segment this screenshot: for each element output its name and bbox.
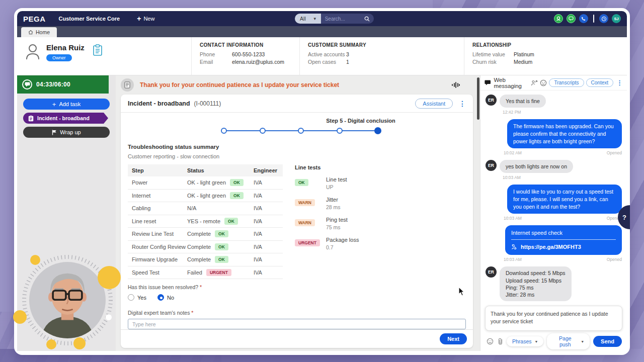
- phrases-dropdown[interactable]: Phrases ▼: [507, 336, 543, 346]
- timer-clock-icon[interactable]: [599, 14, 608, 23]
- link-icon: [511, 244, 517, 250]
- step-node-5-current[interactable]: [374, 127, 381, 134]
- message-timestamp: 10:02 AM: [504, 150, 522, 155]
- step-label: Step 5 - Digital conclusion: [320, 118, 401, 124]
- message-meta: 10:02 AMOpened: [504, 150, 622, 155]
- radio-yes-circle[interactable]: [128, 294, 134, 301]
- search-input[interactable]: [325, 16, 361, 22]
- email-label: Email: [200, 59, 232, 65]
- chat-header: Web messaging Transcripts Context ⋮: [480, 75, 627, 90]
- status-badge: URGENT: [206, 269, 231, 276]
- radio-yes[interactable]: Yes: [128, 294, 146, 301]
- message-timestamp: 10:03 AM: [504, 216, 522, 221]
- plus-icon: +: [137, 15, 141, 23]
- chat-timer-icon: [22, 79, 32, 89]
- emoji-icon[interactable]: [487, 338, 494, 345]
- incident-task-label: Incident - broadband: [37, 115, 90, 121]
- send-button[interactable]: Send: [593, 336, 622, 347]
- cell-status: CompleteOK: [187, 230, 254, 237]
- attachment-icon[interactable]: [497, 338, 503, 345]
- customer-avatar: ER: [486, 160, 497, 171]
- col-engineer: Engineer: [254, 167, 282, 173]
- cell-engineer: IVA: [254, 205, 282, 211]
- phone-label: Phone: [200, 51, 232, 57]
- line-test-item: WARNPing test75 ms: [295, 217, 359, 230]
- tab-home[interactable]: Home: [21, 27, 57, 37]
- resolution-question-group: Has this issue been resolved? * Yes No: [128, 284, 466, 301]
- line-tests-panel: Line tests OKLine testUPWARNJitter28 msW…: [295, 164, 359, 278]
- line-test-text: Ping test75 ms: [326, 217, 348, 230]
- transcripts-button[interactable]: Transcripts: [549, 78, 584, 87]
- app-name: Customer Service Core: [59, 16, 120, 22]
- cell-engineer: IVA: [254, 231, 282, 237]
- step-node-2[interactable]: [260, 128, 266, 134]
- context-button[interactable]: Context: [586, 78, 613, 87]
- phrases-label: Phrases: [512, 338, 532, 344]
- sidebar-item-incident-broadband[interactable]: Incident - broadband: [23, 113, 104, 124]
- next-button[interactable]: Next: [440, 333, 467, 344]
- cell-engineer: IVA: [254, 244, 282, 250]
- radio-no[interactable]: No: [157, 294, 174, 301]
- status-text: Complete: [187, 231, 211, 237]
- line-test-value: 0.7: [326, 244, 359, 250]
- chat-channel-icon[interactable]: [567, 14, 576, 23]
- new-button[interactable]: + New: [137, 15, 154, 23]
- speed-test-link[interactable]: https://pe.ga/3MOFHT3: [521, 244, 581, 250]
- case-card: Incident - broadband (I-000111) Assistan…: [121, 95, 473, 348]
- search-icon[interactable]: [364, 16, 370, 22]
- status-badge: OK: [230, 179, 244, 186]
- agent-presence-icon[interactable]: [554, 14, 563, 23]
- step-node-3[interactable]: [298, 128, 304, 134]
- radio-no-circle-selected[interactable]: [157, 294, 164, 301]
- status-text: N/A: [187, 205, 196, 211]
- notes-label: Digital expert team's notes *: [128, 310, 466, 316]
- cell-engineer: IVA: [254, 269, 282, 276]
- chat-input[interactable]: Thank you for your continued patience as…: [485, 306, 622, 331]
- status-text: Complete: [187, 244, 211, 250]
- line-test-name: Jitter: [326, 197, 341, 203]
- message-timestamp: 10:03 AM: [504, 257, 522, 262]
- resolution-question: Has this issue been resolved? *: [128, 284, 466, 290]
- status-badge: WARN: [295, 199, 315, 206]
- chat-message-list: ERYes that is fine12:42 PMThe firmware h…: [480, 90, 627, 303]
- chat-title: Web messaging: [494, 77, 528, 89]
- case-id: (I-000111): [194, 100, 221, 107]
- cell-engineer: IVA: [254, 193, 282, 199]
- lifetime-value: Platinum: [514, 51, 534, 57]
- assistant-button[interactable]: Assistant: [415, 99, 453, 109]
- cell-step: Cabling: [128, 205, 187, 211]
- link-row[interactable]: https://pe.ga/3MOFHT3: [511, 244, 616, 250]
- email-value: elena.ruiz@uplus.com: [232, 59, 284, 65]
- step-node-1[interactable]: [221, 128, 227, 134]
- table-row: InternetOK - light greenOKIVA: [128, 190, 283, 203]
- interaction-timer: 04:33/06:00: [17, 75, 109, 94]
- line-test-value: 28 ms: [326, 204, 341, 210]
- chat-message-received: ERyes both lights are now on: [486, 160, 622, 173]
- voice-waveform-icon[interactable]: [452, 82, 460, 88]
- open-cases-value: 1: [346, 59, 349, 65]
- banner-message: Thank you for your continued patience as…: [140, 81, 446, 88]
- message-timestamp: 10:03 AM: [503, 175, 622, 180]
- message-bubble: Yes that is fine: [500, 95, 546, 108]
- phone-icon[interactable]: [579, 14, 588, 23]
- contact-title: CONTACT INFORMATION: [200, 42, 291, 48]
- troubleshooting-table: Step Status Engineer PowerOK - light gre…: [128, 164, 283, 278]
- more-menu-icon[interactable]: ⋮: [459, 100, 466, 108]
- sentiment-icon[interactable]: [540, 79, 547, 86]
- chat-more-menu-icon[interactable]: ⋮: [616, 79, 623, 86]
- status-badge: OK: [295, 179, 308, 186]
- clipboard-icon[interactable]: [93, 44, 103, 56]
- user-avatar[interactable]: SJ: [612, 14, 621, 23]
- notes-input[interactable]: [128, 319, 466, 329]
- page-push-dropdown[interactable]: Page push ▼: [547, 333, 590, 349]
- search-scope-select[interactable]: All ▼: [295, 14, 321, 24]
- link-card-bubble[interactable]: Internet speed checkhttps://pe.ga/3MOFHT…: [505, 225, 622, 255]
- scrollbar-thumb[interactable]: [477, 77, 479, 120]
- line-test-text: Jitter28 ms: [326, 197, 341, 210]
- add-task-button[interactable]: + Add task: [23, 99, 110, 110]
- wrap-up-button[interactable]: Wrap up: [23, 127, 110, 138]
- step-node-4[interactable]: [337, 128, 343, 134]
- line-test-text: Line testUP: [326, 176, 347, 190]
- transfer-icon[interactable]: [531, 80, 538, 86]
- search-box: [321, 14, 374, 24]
